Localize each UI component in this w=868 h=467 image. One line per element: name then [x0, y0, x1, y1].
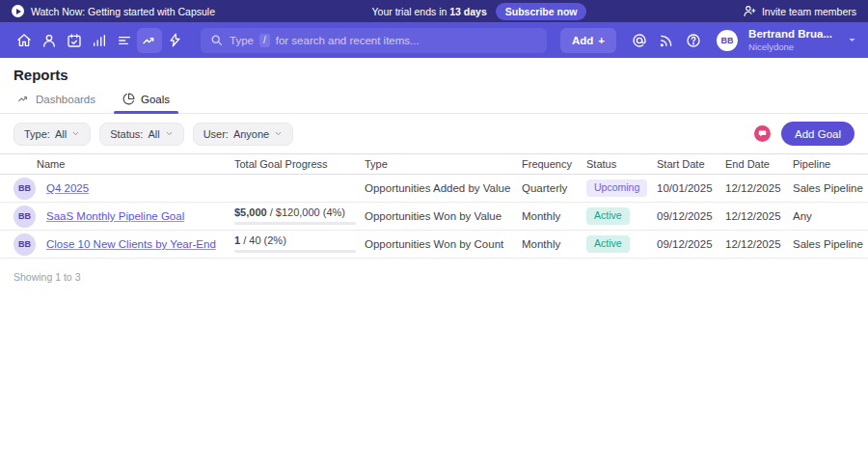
bar-chart-icon[interactable]	[87, 28, 112, 53]
start-date: 09/12/2025	[657, 210, 725, 222]
user-name: Bertrand Brua...	[748, 28, 832, 41]
page-title: Reports	[14, 67, 854, 83]
trial-banner: Watch Now: Getting started with Capsule …	[0, 0, 868, 22]
pipeline: Sales Pipeline	[793, 238, 868, 250]
table-row: BB Close 10 New Clients by Year-End 1 / …	[0, 231, 868, 259]
end-date: 12/12/2025	[725, 238, 793, 250]
goal-frequency: Quarterly	[522, 182, 586, 194]
results-count: Showing 1 to 3	[14, 271, 854, 283]
people-icon[interactable]	[37, 28, 62, 53]
slash-key-hint: /	[259, 34, 270, 47]
person-plus-icon	[744, 5, 756, 17]
start-date: 10/01/2025	[657, 182, 725, 194]
search-input[interactable]: Type / for search and recent items...	[201, 28, 547, 53]
user-filter[interactable]: User:Anyone	[193, 123, 294, 146]
chevron-down-icon	[274, 129, 283, 138]
table-row: BB Q4 2025 Opportunities Added by Value …	[0, 175, 868, 203]
end-date: 12/12/2025	[725, 182, 793, 194]
type-filter[interactable]: Type:All	[14, 123, 91, 146]
goal-type: Opportunities Won by Value	[365, 210, 522, 222]
tab-goals[interactable]: Goals	[122, 89, 170, 113]
table-row: BB SaaS Monthly Pipeline Goal $5,000 / $…	[0, 203, 868, 231]
avatar: BB	[14, 178, 36, 200]
status-badge: Active	[586, 207, 630, 225]
avatar: BB	[14, 206, 36, 228]
status-badge: Active	[586, 235, 630, 253]
progress-bar	[234, 222, 356, 225]
goal-frequency: Monthly	[522, 238, 586, 250]
list-icon[interactable]	[112, 28, 137, 53]
watch-now-link[interactable]: Watch Now: Getting started with Capsule	[12, 5, 215, 17]
user-avatar[interactable]: BB	[717, 30, 738, 51]
search-placeholder: Type / for search and recent items...	[230, 34, 420, 47]
goal-link[interactable]: SaaS Monthly Pipeline Goal	[46, 210, 184, 222]
goal-progress: $5,000 / $120,000 (4%)	[234, 207, 365, 225]
status-filter[interactable]: Status:All	[99, 123, 183, 146]
goals-toolbar: Type:All Status:All User:Anyone Add Goal	[14, 122, 854, 146]
goals-table: Name Total Goal Progress Type Frequency …	[0, 153, 868, 259]
chevron-down-icon[interactable]	[848, 36, 856, 44]
status-badge: Upcoming	[586, 179, 647, 197]
broadcast-icon[interactable]	[655, 29, 678, 52]
goal-type: Opportunities Won by Count	[365, 238, 522, 250]
goal-type: Opportunities Added by Value	[365, 182, 522, 194]
plus-icon: +	[598, 35, 605, 46]
main-navbar: Type / for search and recent items... Ad…	[0, 22, 868, 58]
end-date: 12/12/2025	[725, 210, 793, 222]
pie-chart-icon	[122, 93, 135, 105]
pipeline: Sales Pipeline	[793, 182, 868, 194]
user-org: Nicelydone	[748, 41, 832, 52]
watch-now-label: Watch Now: Getting started with Capsule	[31, 6, 215, 17]
progress-bar	[234, 250, 356, 253]
invite-team-label: Invite team members	[762, 6, 856, 17]
trending-icon[interactable]	[137, 28, 162, 53]
trial-countdown: Your trial ends in 13 days	[372, 6, 487, 17]
pipeline: Any	[793, 210, 868, 222]
start-date: 09/12/2025	[657, 238, 725, 250]
search-icon	[210, 34, 223, 46]
report-tabs: Dashboards Goals	[0, 89, 868, 114]
chevron-down-icon	[165, 129, 174, 138]
user-menu[interactable]: Bertrand Brua... Nicelydone	[748, 28, 832, 52]
avatar: BB	[14, 234, 36, 256]
add-goal-button[interactable]: Add Goal	[781, 122, 854, 146]
invite-team-link[interactable]: Invite team members	[744, 5, 856, 17]
line-chart-icon	[17, 93, 30, 105]
goal-link[interactable]: Q4 2025	[46, 182, 89, 194]
subscribe-now-button[interactable]: Subscribe now	[496, 3, 587, 20]
help-icon[interactable]	[682, 29, 705, 52]
table-header: Name Total Goal Progress Type Frequency …	[0, 153, 868, 175]
goal-progress: 1 / 40 (2%)	[234, 235, 365, 253]
goal-link[interactable]: Close 10 New Clients by Year-End	[46, 238, 216, 250]
at-icon[interactable]	[628, 29, 651, 52]
message-bubble-icon[interactable]	[754, 125, 771, 142]
add-button[interactable]: Add+	[560, 28, 616, 53]
tab-dashboards[interactable]: Dashboards	[17, 89, 95, 113]
play-icon	[12, 5, 24, 17]
goal-frequency: Monthly	[522, 210, 586, 222]
bolt-icon[interactable]	[162, 28, 187, 53]
home-icon[interactable]	[12, 28, 37, 53]
chevron-down-icon	[71, 129, 80, 138]
calendar-icon[interactable]	[62, 28, 87, 53]
